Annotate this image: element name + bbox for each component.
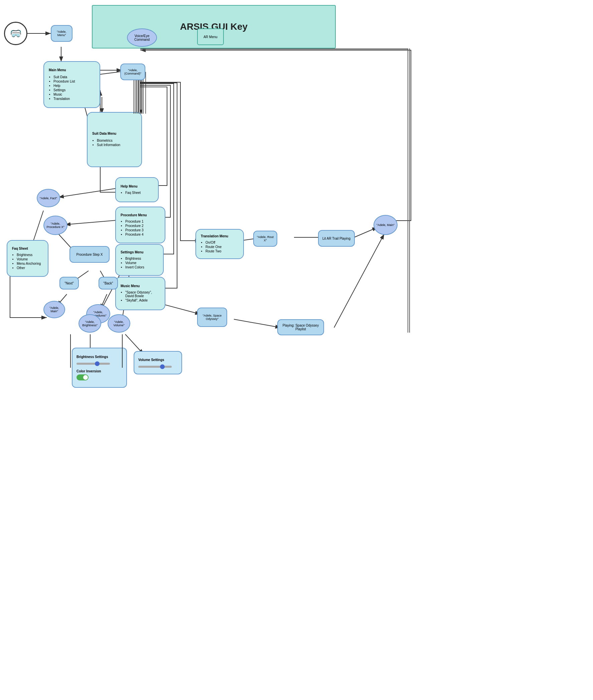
adele-fact-node[interactable]: "Adele, Fact" (37, 189, 60, 207)
adele-main-1-node[interactable]: "Adele, Main" (43, 301, 65, 318)
suit-data-list: Biometrics Suit Information (92, 139, 120, 147)
help-list: Faq Sheet (121, 191, 141, 195)
diagram-container: ARSIS GUI Key Voice/Eye Command AR Menu … (0, 0, 593, 700)
legend-voice-eye: Voice/Eye Command (127, 28, 157, 47)
settings-menu-box[interactable]: Settings Menu Brightness Volume Invert C… (115, 244, 164, 276)
brightness-line (70, 334, 71, 368)
line-v5 (142, 80, 142, 114)
volume-settings-title: Volume Settings (138, 358, 164, 362)
return-line-right (407, 48, 408, 333)
music-menu-box[interactable]: Music Menu "Space Odyssey", David Bowie … (115, 277, 165, 310)
line-v1 (134, 80, 134, 114)
volume-slider[interactable] (138, 366, 172, 368)
volume-line (122, 334, 123, 368)
legend-ar-menu: AR Menu (197, 28, 224, 45)
translation-list: On/Off Route One Route Two (201, 241, 222, 254)
translation-title: Translation Menu (201, 234, 228, 238)
help-title: Help Menu (121, 185, 137, 188)
svg-line-22 (354, 227, 378, 237)
brightness-settings-title: Brightness Settings (77, 355, 108, 359)
faq-sheet-box[interactable]: Faq Sheet Brightness Volume Menu Anchori… (7, 240, 48, 277)
help-menu-box[interactable]: Help Menu Faq Sheet (115, 177, 159, 202)
adele-space-odyssey-node[interactable]: "Adele, Space Odyssey" (197, 307, 227, 327)
adele-rout-x-node[interactable]: "Adele, Rout X" (253, 231, 277, 247)
adele-brightness-node[interactable]: "Adele, Brightness" (79, 314, 101, 333)
brightness-settings-panel[interactable]: Brightness Settings Color Inversion (72, 348, 127, 388)
brightness-slider-knob[interactable] (95, 361, 100, 366)
music-title: Music Menu (121, 284, 140, 288)
faq-list: Brightness Volume Menu Anchoring Other (12, 253, 41, 270)
back-node[interactable]: "Back" (98, 277, 118, 290)
main-menu-title: Main Menu (49, 68, 66, 72)
lit-ar-trail-node[interactable]: Lit AR Trail Playing (318, 230, 355, 247)
procedure-title: Procedure Menu (121, 213, 147, 217)
line-v3 (137, 80, 138, 114)
settings-title: Settings Menu (121, 250, 143, 254)
procedure-menu-box[interactable]: Procedure Menu Procedure 1 Procedure 2 P… (115, 207, 165, 243)
playing-space-odyssey-node[interactable]: Playing: Space Odyssey Playlist (277, 319, 324, 335)
adele-procedure-node[interactable]: "Adele, Procedure X" (43, 216, 68, 235)
adele-main-2-node[interactable]: "Adele, Main" (373, 215, 398, 235)
suit-data-menu-box[interactable]: Suit Data Menu Biometrics Suit Informati… (87, 112, 142, 167)
main-menu-list: Suit Data Procedure List Help Settings M… (49, 75, 75, 101)
line-v2 (135, 80, 136, 114)
main-menu-box[interactable]: Main Menu Suit Data Procedure List Help … (43, 61, 100, 108)
color-inversion-label: Color Inversion (77, 369, 101, 373)
adele-command-node[interactable]: "Adele, (Command)" (120, 64, 145, 80)
return-line-top2 (140, 49, 407, 50)
svg-line-8 (58, 188, 120, 197)
volume-slider-knob[interactable] (160, 364, 165, 369)
translation-menu-box[interactable]: Translation Menu On/Off Route One Route … (195, 229, 244, 259)
svg-line-24 (234, 319, 281, 328)
procedure-list: Procedure 1 Procedure 2 Procedure 3 Proc… (121, 220, 143, 237)
return-line-right2 (409, 48, 410, 333)
toggle-knob (83, 375, 88, 380)
volume-settings-panel[interactable]: Volume Settings (134, 351, 182, 374)
svg-line-25 (334, 234, 384, 328)
svg-line-10 (65, 220, 120, 225)
avatar: 🥽 (4, 22, 27, 45)
suit-data-title: Suit Data Menu (92, 132, 116, 135)
return-line-top (140, 48, 407, 49)
faq-title: Faq Sheet (12, 247, 28, 250)
procedure-step-box[interactable]: Procedure Step X (70, 246, 110, 263)
adele-volume-node[interactable]: "Adele, Volume" (108, 314, 130, 333)
music-list: "Space Odyssey", David Bowie "Skyfall", … (121, 291, 160, 303)
brightness-slider[interactable] (77, 363, 110, 365)
next-node[interactable]: "Next" (60, 277, 79, 290)
adele-menu-node[interactable]: "Adele, Menu" (51, 25, 73, 42)
line-v4 (140, 80, 140, 114)
color-inversion-toggle[interactable] (77, 374, 88, 380)
settings-list: Brightness Volume Invert Colors (121, 257, 144, 270)
